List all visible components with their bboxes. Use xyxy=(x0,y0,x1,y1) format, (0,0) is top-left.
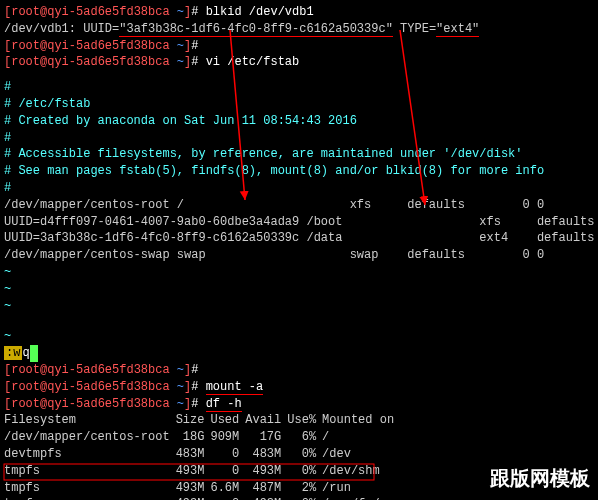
df-table: Filesystem Size Used Avail Use% Mounted … xyxy=(4,412,429,500)
cmd-df: df -h xyxy=(206,397,242,412)
df-header-row: Filesystem Size Used Avail Use% Mounted … xyxy=(4,412,429,429)
terminal-output[interactable]: [root@qyi-5ad6e5fd38bca ~]# blkid /dev/v… xyxy=(0,0,598,500)
table-row: devtmpfs483M0483M0%/dev xyxy=(4,446,429,463)
table-row: tmpfs493M0493M0%/dev/shm xyxy=(4,463,429,480)
uuid-value: "3af3b38c-1df6-4fc0-8ff9-c6162a50339c" xyxy=(119,22,393,37)
fstab-entry: /dev/mapper/centos-swap swap swap defaul… xyxy=(4,247,594,264)
fstab-comment: # xyxy=(4,79,594,96)
prompt-line: [root@qyi-5ad6e5fd38bca ~]# mount -a xyxy=(4,379,594,396)
prompt-line: [root@qyi-5ad6e5fd38bca ~]# df -h xyxy=(4,396,594,413)
vi-tilde: ~ xyxy=(4,264,594,281)
vi-tilde: ~ xyxy=(4,281,594,298)
fstab-comment: # Accessible filesystems, by reference, … xyxy=(4,146,594,163)
fstab-comment: # See man pages fstab(5), findfs(8), mou… xyxy=(4,163,594,180)
cursor-icon xyxy=(30,345,38,362)
vi-tilde: ~ xyxy=(4,298,594,315)
fstab-entry: UUID=3af3b38c-1df6-4fc0-8ff9-c6162a50339… xyxy=(4,230,594,247)
type-value: "ext4" xyxy=(436,22,479,37)
table-row: /dev/mapper/centos-root18G909M17G6%/ xyxy=(4,429,429,446)
cmd-vi: vi /etc/fstab xyxy=(206,55,300,69)
vi-tilde: ~ xyxy=(4,328,594,345)
fstab-comment: # xyxy=(4,130,594,147)
fstab-entry: /dev/mapper/centos-root / xfs defaults 0… xyxy=(4,197,594,214)
fstab-comment: # Created by anaconda on Sat Jun 11 08:5… xyxy=(4,113,594,130)
prompt-line: [root@qyi-5ad6e5fd38bca ~]# xyxy=(4,38,594,55)
prompt-line: [root@qyi-5ad6e5fd38bca ~]# vi /etc/fsta… xyxy=(4,54,594,71)
cmd-mount: mount -a xyxy=(206,380,264,395)
cmd-blkid: blkid /dev/vdb1 xyxy=(206,5,314,19)
blkid-output: /dev/vdb1: UUID="3af3b38c-1df6-4fc0-8ff9… xyxy=(4,21,594,38)
vi-command: :wq xyxy=(4,345,594,362)
prompt-line: [root@qyi-5ad6e5fd38bca ~]# blkid /dev/v… xyxy=(4,4,594,21)
watermark-text: 跟版网模板 xyxy=(490,465,590,492)
table-row: tmpfs493M0493M0%/sys/fs/cgroup xyxy=(4,496,429,500)
prompt-line: [root@qyi-5ad6e5fd38bca ~]# xyxy=(4,362,594,379)
table-row: tmpfs493M6.6M487M2%/run xyxy=(4,480,429,497)
fstab-entry: UUID=d4fff097-0461-4007-9ab0-60dbe3a4ada… xyxy=(4,214,594,231)
fstab-comment: # xyxy=(4,180,594,197)
fstab-comment: # /etc/fstab xyxy=(4,96,594,113)
